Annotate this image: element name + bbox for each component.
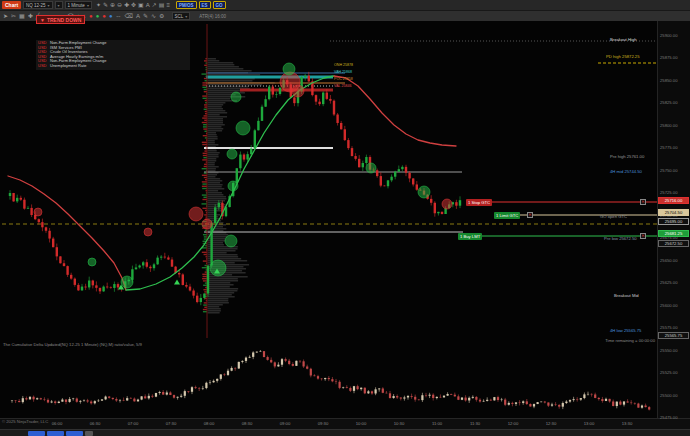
dot-green-icon[interactable]: ● <box>96 12 100 20</box>
time-tick-label: 11:00 <box>429 421 445 426</box>
axis-marker-label: Breakout Mid <box>614 293 639 298</box>
order-badge[interactable]: 1 Stop GTC <box>466 199 492 206</box>
chart-tab-2[interactable] <box>47 431 64 436</box>
chart-window: Chart NQ 12-25 ▾ ▾ 1 Minute ▾ ✦✎⊕⊖✚✥▣A↗▤… <box>0 0 690 436</box>
trend-label: TREND DOWN <box>47 17 81 23</box>
image-icon[interactable]: ▦ <box>19 12 25 20</box>
time-tick-label: 06:30 <box>87 421 103 426</box>
settings-icon[interactable]: ⚙ <box>159 12 164 20</box>
trash-icon[interactable]: ✂ <box>11 12 16 20</box>
price-box[interactable]: 25672.50 <box>658 240 689 247</box>
chevron-down-icon: ▾ <box>185 14 187 19</box>
dot-red2-icon[interactable]: ● <box>102 12 106 20</box>
news-event-label: Unemployment Rate <box>50 64 86 69</box>
measure-icon[interactable]: ⇔ <box>116 12 122 20</box>
eraser-icon[interactable]: ⌫ <box>125 12 133 20</box>
price-tick-label: 25475.00 <box>660 415 677 420</box>
key-levels <box>2 41 657 232</box>
copyright-text: © 2025 NinjaTrader, LLC <box>2 419 48 424</box>
drawing-toolbar: ➤✂▦✚╱─—▭◯↑↓●●●●⇔⌫A✎∿⚙ SCL ▾ ATR(4) 16:00 <box>0 10 690 21</box>
trend-status-badge: ▼ TREND DOWN <box>36 15 85 24</box>
main-toolbar: Chart NQ 12-25 ▾ ▾ 1 Minute ▾ ✦✎⊕⊖✚✥▣A↗▤… <box>0 0 690 10</box>
chart-tab-add[interactable] <box>85 431 93 436</box>
add-drawing-icon[interactable]: ✚ <box>28 12 33 20</box>
go-button[interactable]: GO <box>213 1 226 9</box>
pointer-icon[interactable]: ➤ <box>3 12 8 20</box>
axis-marker-label: Breakout High <box>610 37 637 42</box>
trend-line-icon[interactable]: ↗ <box>152 1 157 9</box>
text-icon[interactable]: A <box>136 12 140 20</box>
pmos-button[interactable]: PM/OS <box>176 1 197 9</box>
order-badge[interactable]: 1 Limit GTC <box>494 212 520 219</box>
interval-dropdown[interactable]: 1 Minute ▾ <box>65 1 92 9</box>
price-box[interactable]: 25695.00 <box>658 218 689 225</box>
time-tick-label: 08:00 <box>201 421 217 426</box>
time-tick-label: 09:30 <box>315 421 331 426</box>
pencil-icon[interactable]: ✎ <box>103 1 108 9</box>
order-close-button[interactable]: ✕ <box>640 199 646 205</box>
news-event-row: USDUnemployment Rate <box>38 64 188 69</box>
price-tick-label: 25825.00 <box>660 100 677 105</box>
crosshair-icon[interactable]: ✚ <box>124 1 129 9</box>
price-tick-label: 25575.00 <box>660 325 677 330</box>
curve-icon[interactable]: ∿ <box>151 12 156 20</box>
lower-panel-label: The Cumulative Delta Updated(NQ 12-25 1 … <box>3 342 142 347</box>
price-tick-label: 25600.00 <box>660 303 677 308</box>
trend-ma-line <box>8 76 456 290</box>
move-icon[interactable]: ✥ <box>131 1 136 9</box>
chart-tab-1[interactable] <box>28 431 45 436</box>
price-box[interactable]: 25704.50 <box>658 209 689 216</box>
level-value-label: ONH 25878 <box>334 63 353 67</box>
scale-dropdown[interactable]: SCL ▾ <box>172 12 191 20</box>
main-toolbar-icons: ✦✎⊕⊖✚✥▣A↗▤≡ <box>96 1 170 9</box>
chart-style-icon[interactable]: ▤ <box>159 1 165 9</box>
axis-marker-label: 4H mid 25744.50 <box>610 169 642 174</box>
chevron-down-icon: ▾ <box>48 3 50 8</box>
axis-marker-label: Pre low 25672.50 <box>604 236 637 241</box>
order-close-button[interactable]: ✕ <box>640 233 646 239</box>
order-close-button[interactable]: ✕ <box>527 212 533 218</box>
time-tick-label: 10:00 <box>353 421 369 426</box>
level-value-label: VAH 25868 <box>334 70 352 74</box>
snapshot-icon[interactable]: ▣ <box>138 1 144 9</box>
order-lines <box>458 202 657 236</box>
es-button[interactable]: ES <box>199 1 211 9</box>
axis-marker-label: PD high 25872.25 <box>606 54 640 59</box>
instrument-dropdown[interactable]: NQ 12-25 ▾ <box>23 1 53 9</box>
price-box[interactable]: 25565.75 <box>658 332 689 339</box>
chevron-down-icon: ▾ <box>58 3 60 8</box>
zoom-out-icon[interactable]: ⊖ <box>117 1 122 9</box>
candlestick-series <box>9 72 461 305</box>
price-tick-label: 25850.00 <box>660 78 677 83</box>
freehand-icon[interactable]: ✎ <box>143 12 148 20</box>
orderflow-signal-bubbles <box>34 63 452 288</box>
chart-window-badge: Chart <box>2 1 21 9</box>
instrument-list-dropdown[interactable]: ▾ <box>55 1 63 9</box>
chart-tab-3[interactable] <box>66 431 83 436</box>
pin-icon[interactable]: ✦ <box>96 1 101 9</box>
price-tick-label: 25750.00 <box>660 168 677 173</box>
dot-blue-icon[interactable]: ● <box>109 12 113 20</box>
atr-readout: ATR(4) 16:00 <box>199 14 226 19</box>
interval-value: 1 Minute <box>68 3 85 8</box>
dot-red-icon[interactable]: ● <box>89 12 93 20</box>
time-tick-label: 12:30 <box>543 421 559 426</box>
axis-marker-label: GO open GTC <box>600 214 627 219</box>
time-tick-label: 08:30 <box>239 421 255 426</box>
price-tick-label: 25775.00 <box>660 145 677 150</box>
time-tick-label: 13:00 <box>581 421 597 426</box>
news-events-panel: USDNon-Farm Employment ChangeUSDISM Serv… <box>36 40 190 70</box>
axis-marker-label: Pre high 25761.00 <box>610 154 644 159</box>
time-tick-label: 10:30 <box>391 421 407 426</box>
time-tick-label: 09:00 <box>277 421 293 426</box>
order-badge[interactable]: 1 Buy LMT <box>458 233 482 240</box>
price-tick-label: 25800.00 <box>660 123 677 128</box>
indicators-icon[interactable]: ≡ <box>166 1 170 9</box>
time-tick-label: 07:30 <box>163 421 179 426</box>
price-box[interactable]: 25716.00 <box>658 197 689 204</box>
zoom-in-icon[interactable]: ⊕ <box>110 1 115 9</box>
trend-arrow-icon: ▼ <box>40 17 45 23</box>
price-tick-label: 25875.00 <box>660 55 677 60</box>
price-box[interactable]: 25681.25 <box>658 230 689 237</box>
text-tool-icon[interactable]: A <box>146 1 150 9</box>
